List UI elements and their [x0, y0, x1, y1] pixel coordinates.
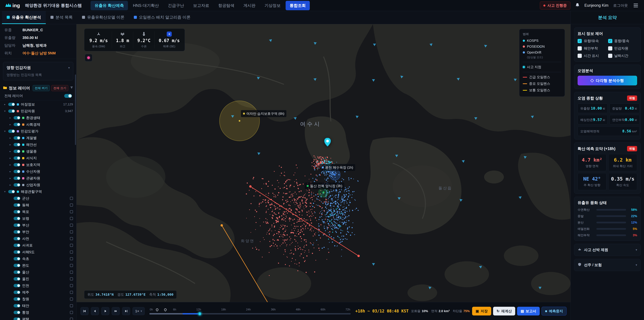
layer-toggle[interactable] — [14, 217, 20, 220]
zoom-to-region-icon[interactable] — [70, 257, 73, 260]
layer-toggle[interactable] — [14, 270, 20, 274]
timeline-track[interactable] — [150, 313, 351, 314]
zoom-to-region-icon[interactable] — [70, 318, 73, 320]
nav-menu-item[interactable]: HNS·대기확산 — [129, 1, 163, 10]
zoom-to-region-icon[interactable] — [70, 277, 73, 280]
vessel-spec-section[interactable]: 사고 선박 제원 ▾ — [574, 244, 641, 256]
layer-row[interactable]: ▾ 민감도평가 — [0, 128, 76, 135]
layer-row[interactable]: ▸ 사회경제 — [0, 121, 76, 128]
layer-row[interactable]: 속초 — [0, 255, 76, 262]
checkbox-icon[interactable] — [608, 46, 612, 51]
zoom-to-region-icon[interactable] — [70, 197, 73, 200]
timeline-thumb[interactable] — [198, 312, 202, 316]
expand-arrow-icon[interactable]: ▸ — [9, 150, 12, 153]
notification-bell-icon[interactable] — [575, 3, 580, 9]
layer-row[interactable]: ▸ 수산자원 — [0, 168, 76, 175]
layer-row[interactable]: 평택 — [0, 316, 76, 320]
layer-toggle[interactable] — [14, 304, 20, 307]
nav-menu-item[interactable]: 게시판 — [239, 1, 260, 10]
layer-toggle[interactable] — [14, 244, 20, 247]
timeline-action-button[interactable]: ▣저장 — [472, 307, 491, 315]
incident-status-badge[interactable]: 사고 진행중 — [540, 2, 570, 10]
layer-toggle[interactable] — [14, 250, 20, 254]
skip-start-button[interactable] — [80, 307, 88, 315]
analysis-tab[interactable]: 유출유확산모델 이론 — [77, 11, 129, 24]
layer-row[interactable]: 서해5도 — [0, 249, 76, 255]
expand-arrow-icon[interactable]: ▸ — [9, 123, 12, 126]
layer-toggle[interactable] — [14, 150, 20, 153]
display-option-checkbox[interactable]: 날짜시간 — [608, 53, 637, 58]
zoom-to-region-icon[interactable] — [70, 311, 73, 314]
checkbox-icon[interactable] — [608, 54, 612, 58]
layer-toggle[interactable] — [8, 109, 15, 113]
layer-row[interactable]: 통영 — [0, 309, 76, 316]
timeline-action-button[interactable]: ▤보고서 — [517, 307, 540, 315]
zoom-to-region-icon[interactable] — [70, 244, 73, 247]
zoom-to-region-icon[interactable] — [70, 297, 73, 300]
analysis-tab[interactable]: 분석 목록 — [46, 11, 78, 24]
expand-arrow-icon[interactable]: ▸ — [9, 157, 12, 160]
expand-arrow-icon[interactable]: ▸ — [9, 116, 12, 119]
layer-row[interactable]: 완도 — [0, 262, 76, 269]
hamburger-menu-icon[interactable] — [632, 3, 639, 8]
nav-menu-item[interactable]: 항공탐색 — [214, 1, 238, 10]
layer-toggle[interactable] — [14, 123, 20, 126]
owner-insurance-section[interactable]: 선주 / 보험 ▾ — [574, 259, 641, 271]
display-option-checkbox[interactable]: 해안부착 — [578, 46, 607, 51]
layer-row[interactable]: ▾ 해경관할구역 — [0, 188, 76, 195]
expand-arrow-icon[interactable]: ▾ — [3, 110, 6, 113]
layers-all-on-button[interactable]: 전체 켜기 — [33, 85, 50, 91]
layer-toggle[interactable] — [14, 177, 20, 180]
nav-menu-item[interactable]: 기상정보 — [260, 1, 284, 10]
expand-arrow-icon[interactable]: ▾ — [3, 130, 6, 133]
play-button[interactable] — [101, 307, 109, 315]
zoom-to-region-icon[interactable] — [70, 217, 73, 220]
layer-row[interactable]: ▸ 보호지역 — [0, 161, 76, 168]
layer-row[interactable]: 보령 — [0, 215, 76, 222]
layers-all-off-button[interactable]: 전체 끄기 — [51, 85, 68, 91]
layer-toggle[interactable] — [14, 223, 20, 227]
fast-forward-button[interactable] — [112, 307, 120, 315]
chevron-down-icon[interactable]: ▾ — [68, 66, 70, 70]
expand-arrow-icon[interactable]: ▸ — [9, 170, 12, 173]
layer-row[interactable]: ▸ 서식지 — [0, 155, 76, 161]
display-option-checkbox[interactable]: 시간 표시 — [578, 53, 607, 58]
zoom-to-region-icon[interactable] — [70, 250, 73, 253]
checkbox-icon[interactable] — [578, 54, 582, 58]
layer-row[interactable]: ▸ 관광자원 — [0, 175, 76, 182]
layer-row[interactable]: 울진 — [0, 275, 76, 282]
zoom-to-region-icon[interactable] — [70, 204, 73, 207]
map-style-button[interactable] — [85, 54, 92, 61]
master-layer-toggle[interactable] — [64, 94, 72, 98]
checkbox-icon[interactable] — [608, 39, 612, 43]
expand-arrow-icon[interactable]: ▸ — [9, 177, 12, 180]
expand-arrow-icon[interactable]: ▾ — [3, 190, 6, 193]
map-area[interactable]: 여자만 습지보호구역 (6h)여수시웅천 해수욕장 (1h)돌산 전복 양식장 … — [76, 24, 570, 302]
step-back-button[interactable] — [91, 307, 99, 315]
nav-menu-item[interactable]: 유출유 확산예측 — [90, 1, 128, 10]
checkbox-icon[interactable] — [578, 39, 582, 43]
analysis-tab[interactable]: 오일펜스 배치 알고리즘 이론 — [129, 11, 195, 24]
layer-row[interactable]: ▾ 민감자원 3,947 — [0, 108, 76, 114]
layer-toggle[interactable] — [14, 116, 20, 120]
nav-menu-item[interactable]: 긴급구난 — [164, 1, 188, 10]
layer-toggle[interactable] — [14, 163, 20, 166]
nav-menu-item[interactable]: 통합조회 — [286, 1, 310, 10]
layer-row[interactable]: ▸ 생물종 — [0, 148, 76, 155]
filter-funnel-icon[interactable] — [70, 86, 73, 91]
layer-row[interactable]: 태안 — [0, 302, 76, 309]
layer-toggle[interactable] — [14, 291, 20, 294]
layer-toggle[interactable] — [14, 203, 20, 207]
logout-button[interactable]: 로그아웃 — [613, 3, 628, 8]
layer-toggle[interactable] — [14, 183, 20, 187]
layer-toggle[interactable] — [14, 170, 20, 173]
expand-arrow-icon[interactable]: ▸ — [9, 183, 12, 186]
layer-toggle[interactable] — [14, 136, 20, 140]
layer-row[interactable]: 창원 — [0, 296, 76, 302]
nav-menu-item[interactable]: 보고자료 — [189, 1, 213, 10]
zoom-to-region-icon[interactable] — [70, 210, 73, 213]
layer-row[interactable]: 울산 — [0, 269, 76, 275]
expand-arrow-icon[interactable]: ▸ — [9, 136, 12, 139]
zoom-to-region-icon[interactable] — [70, 284, 73, 287]
layer-row[interactable]: 목포 — [0, 208, 76, 215]
